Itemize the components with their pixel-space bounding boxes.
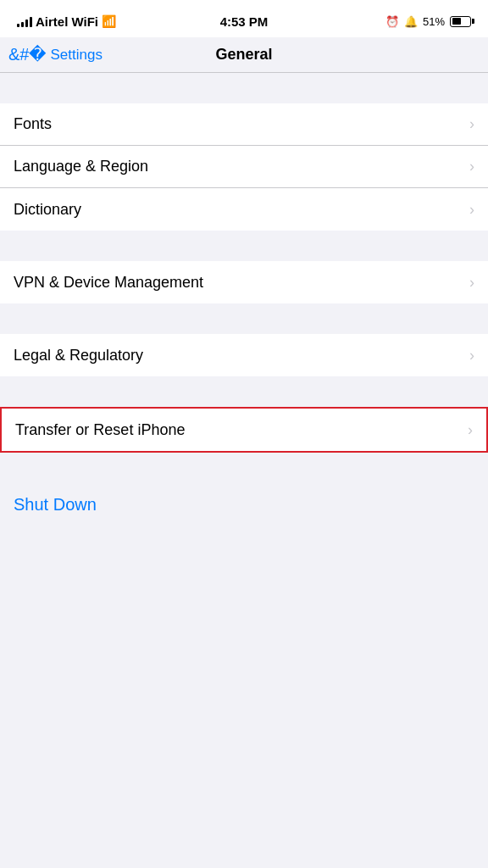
row-vpn[interactable]: VPN & Device Management › — [0, 261, 488, 303]
section-gap-top — [0, 73, 488, 103]
status-time: 4:53 PM — [220, 14, 269, 29]
page-title: General — [215, 46, 272, 64]
back-label: Settings — [50, 47, 102, 64]
row-transfer-reset-label: Transfer or Reset iPhone — [15, 421, 185, 439]
signal-bar-3 — [25, 19, 28, 27]
row-language-region[interactable]: Language & Region › — [0, 146, 488, 188]
carrier-signal: Airtel WiFi 📶 — [17, 14, 116, 29]
battery-percent: 51% — [423, 15, 445, 28]
section-gap-5 — [0, 453, 488, 483]
signal-bar-2 — [21, 22, 24, 27]
settings-section-4-highlighted: Transfer or Reset iPhone › — [0, 407, 488, 453]
carrier-label: Airtel WiFi — [36, 14, 98, 29]
row-fonts-label: Fonts — [14, 115, 52, 133]
chevron-icon: › — [469, 347, 474, 364]
settings-section-2: VPN & Device Management › — [0, 261, 488, 303]
signal-bar-1 — [17, 24, 19, 27]
nav-bar: &#� Settings General — [0, 37, 488, 73]
wifi-icon: 📶 — [102, 14, 116, 28]
row-dictionary[interactable]: Dictionary › — [0, 188, 488, 231]
row-legal-label: Legal & Regulatory — [14, 347, 143, 364]
settings-section-1: Fonts › Language & Region › Dictionary › — [0, 103, 488, 231]
chevron-icon: › — [469, 158, 474, 175]
settings-section-3: Legal & Regulatory › — [0, 334, 488, 376]
shutdown-section: Shut Down — [0, 483, 488, 526]
back-button[interactable]: &#� Settings — [8, 45, 103, 64]
status-right: ⏰ 🔔 51% — [385, 15, 471, 28]
chevron-icon: › — [469, 201, 474, 219]
chevron-icon: › — [469, 115, 474, 133]
clock-icon: ⏰ — [385, 15, 399, 28]
status-bar: Airtel WiFi 📶 4:53 PM ⏰ 🔔 51% — [0, 0, 488, 37]
signal-bars — [17, 16, 32, 27]
signal-bar-4 — [30, 17, 32, 27]
row-dictionary-label: Dictionary — [14, 201, 81, 219]
row-transfer-reset[interactable]: Transfer or Reset iPhone › — [2, 409, 486, 451]
section-gap-2 — [0, 231, 488, 261]
section-gap-4 — [0, 376, 488, 407]
row-vpn-label: VPN & Device Management — [14, 274, 203, 292]
chevron-icon: › — [469, 274, 474, 292]
row-legal[interactable]: Legal & Regulatory › — [0, 334, 488, 376]
back-chevron-icon: &#� — [8, 44, 47, 64]
shutdown-button[interactable]: Shut Down — [14, 495, 97, 514]
chevron-icon: › — [468, 421, 473, 439]
row-language-region-label: Language & Region — [14, 158, 148, 175]
section-gap-3 — [0, 303, 488, 334]
battery-icon — [450, 16, 471, 27]
alarm-icon: 🔔 — [404, 15, 418, 28]
row-fonts[interactable]: Fonts › — [0, 103, 488, 146]
